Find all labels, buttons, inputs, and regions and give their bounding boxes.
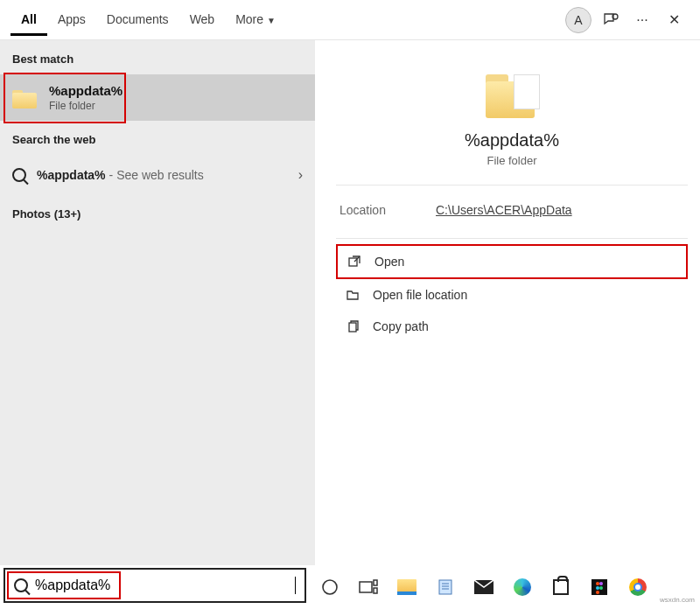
file-explorer-icon[interactable] [396,576,418,598]
preview-panel: %appdata% File folder Location C:\Users\… [315,40,700,565]
search-input[interactable] [35,578,297,593]
text-cursor [295,577,296,594]
task-view-icon[interactable] [357,576,380,598]
cortana-icon[interactable] [318,576,341,598]
web-hint-text: - See web results [109,168,204,182]
svg-point-3 [323,580,337,594]
open-file-location-action[interactable]: Open file location [336,279,688,311]
more-options-icon[interactable]: ··· [626,4,658,36]
open-label: Open [374,255,404,269]
result-title: %appdata% [49,83,122,98]
search-web-heading: Search the web [0,121,315,155]
tab-web[interactable]: Web [179,4,226,36]
folder-icon [12,88,37,108]
user-avatar[interactable]: A [565,7,592,33]
result-appdata-folder[interactable]: %appdata% File folder [0,74,315,121]
results-panel: Best match %appdata% File folder Search … [0,40,315,565]
search-box[interactable] [4,568,306,603]
copy-path-action[interactable]: Copy path [336,311,688,342]
chrome-icon[interactable] [626,576,649,598]
best-match-heading: Best match [0,40,315,74]
open-location-icon [343,288,362,302]
store-icon[interactable] [550,576,572,598]
svg-rect-5 [374,580,377,585]
chevron-down-icon: ▼ [267,16,276,25]
close-icon[interactable]: ✕ [658,4,690,36]
open-location-label: Open file location [373,288,467,302]
edge-icon[interactable] [511,576,534,598]
search-icon [12,168,26,182]
feedback-icon[interactable] [595,4,626,36]
tab-apps[interactable]: Apps [47,4,96,36]
svg-rect-7 [439,580,452,594]
notepad-icon[interactable] [434,576,457,598]
web-result-row[interactable]: %appdata% - See web results › [0,155,315,195]
svg-rect-2 [349,323,356,332]
copy-icon [343,319,362,333]
tab-all[interactable]: All [10,4,47,36]
watermark: wsxdn.com [660,596,695,604]
copy-path-label: Copy path [373,319,429,333]
tab-more[interactable]: More▼ [225,4,286,36]
search-filter-tabs: All Apps Documents Web More▼ A ··· ✕ [0,0,700,40]
folder-large-icon [486,73,538,118]
open-action[interactable]: Open [336,244,688,279]
location-path-link[interactable]: C:\Users\ACER\AppData [436,203,572,217]
svg-rect-1 [349,258,357,266]
tab-documents[interactable]: Documents [96,4,179,36]
svg-rect-4 [360,582,372,592]
search-icon [14,578,28,592]
photos-heading: Photos (13+) [0,195,315,229]
mail-icon[interactable] [472,576,495,598]
chevron-right-icon: › [298,167,303,183]
taskbar: wsxdn.com [0,565,700,609]
location-label: Location [340,203,436,217]
svg-rect-6 [374,588,377,593]
open-icon [345,255,364,269]
preview-title: %appdata% [336,130,688,150]
preview-subtitle: File folder [336,154,688,167]
result-subtitle: File folder [49,100,122,112]
figma-icon[interactable] [588,576,611,598]
web-query-text: %appdata% [37,168,106,182]
location-row: Location C:\Users\ACER\AppData [336,186,688,239]
